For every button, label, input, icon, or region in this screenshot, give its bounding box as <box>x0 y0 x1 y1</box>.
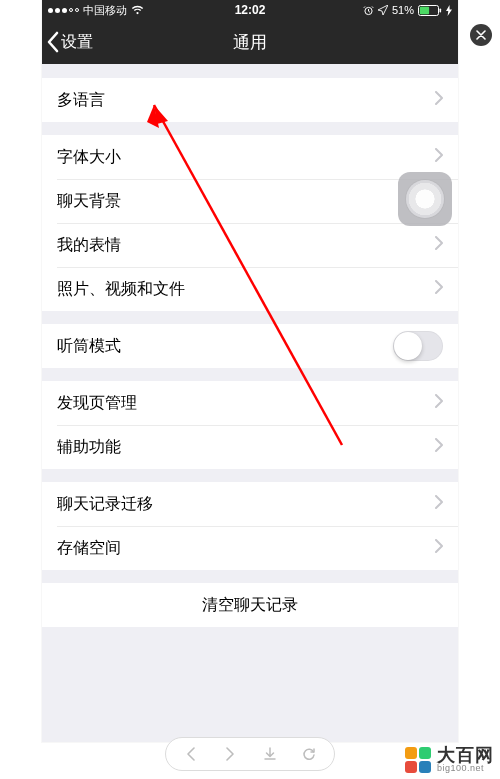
chevron-right-icon <box>435 280 443 294</box>
back-button[interactable]: 设置 <box>42 31 93 53</box>
settings-row[interactable]: 辅助功能 <box>42 425 458 469</box>
watermark-logo-icon <box>405 747 431 773</box>
row-label: 辅助功能 <box>57 437 435 458</box>
disclosure-indicator <box>435 394 443 412</box>
phone-frame: 中国移动 12:02 51% <box>42 0 458 742</box>
chevron-left-icon <box>46 31 59 53</box>
disclosure-indicator <box>435 438 443 456</box>
switch-knob <box>394 332 422 360</box>
download-icon <box>263 747 277 761</box>
chevron-right-icon <box>435 236 443 250</box>
settings-group: 听筒模式 <box>42 324 458 368</box>
prev-button[interactable] <box>177 740 205 768</box>
assistive-touch-icon <box>406 180 444 218</box>
watermark-text: 大百网 big100.net <box>437 746 494 773</box>
nav-bar: 设置 通用 <box>42 20 458 64</box>
settings-content: 多语言字体大小聊天背景我的表情照片、视频和文件听筒模式发现页管理辅助功能聊天记录… <box>42 64 458 742</box>
settings-row[interactable]: 多语言 <box>42 78 458 122</box>
settings-row[interactable]: 我的表情 <box>42 223 458 267</box>
chevron-right-icon <box>435 91 443 105</box>
stage: 中国移动 12:02 51% <box>0 0 500 779</box>
watermark: 大百网 big100.net <box>405 746 494 773</box>
chevron-right-icon <box>435 438 443 452</box>
settings-group: 多语言 <box>42 78 458 122</box>
row-label: 字体大小 <box>57 147 435 168</box>
row-label: 听筒模式 <box>57 336 393 357</box>
rotate-icon <box>302 747 316 761</box>
chevron-right-icon <box>435 148 443 162</box>
row-label: 清空聊天记录 <box>202 595 298 616</box>
settings-row[interactable]: 照片、视频和文件 <box>42 267 458 311</box>
settings-row[interactable]: 听筒模式 <box>42 324 458 368</box>
close-button[interactable] <box>470 24 492 46</box>
row-label: 存储空间 <box>57 538 435 559</box>
settings-row[interactable]: 存储空间 <box>42 526 458 570</box>
row-label: 发现页管理 <box>57 393 435 414</box>
settings-row[interactable]: 聊天记录迁移 <box>42 482 458 526</box>
row-label: 多语言 <box>57 90 435 111</box>
chevron-right-icon <box>435 539 443 553</box>
watermark-name: 大百网 <box>437 746 494 764</box>
next-button[interactable] <box>216 740 244 768</box>
row-label: 我的表情 <box>57 235 435 256</box>
chevron-left-icon <box>186 747 196 761</box>
settings-group: 字体大小聊天背景我的表情照片、视频和文件 <box>42 135 458 311</box>
toggle-switch[interactable] <box>393 331 443 361</box>
row-label: 照片、视频和文件 <box>57 279 435 300</box>
disclosure-indicator <box>435 148 443 166</box>
assistive-touch-button[interactable] <box>398 172 452 226</box>
back-label: 设置 <box>61 32 93 53</box>
row-label: 聊天记录迁移 <box>57 494 435 515</box>
disclosure-indicator <box>435 280 443 298</box>
close-icon <box>476 30 486 40</box>
watermark-url: big100.net <box>437 764 494 773</box>
row-label: 聊天背景 <box>57 191 435 212</box>
chevron-right-icon <box>435 495 443 509</box>
clock: 12:02 <box>42 3 458 17</box>
rotate-button[interactable] <box>295 740 323 768</box>
nav-title: 通用 <box>42 31 458 54</box>
settings-row[interactable]: 发现页管理 <box>42 381 458 425</box>
disclosure-indicator <box>435 91 443 109</box>
download-button[interactable] <box>256 740 284 768</box>
chevron-right-icon <box>225 747 235 761</box>
viewer-toolbar <box>165 737 335 771</box>
chevron-right-icon <box>435 394 443 408</box>
settings-row[interactable]: 清空聊天记录 <box>42 583 458 627</box>
settings-group: 发现页管理辅助功能 <box>42 381 458 469</box>
settings-group: 清空聊天记录 <box>42 583 458 627</box>
settings-row[interactable]: 字体大小 <box>42 135 458 179</box>
disclosure-indicator <box>435 236 443 254</box>
settings-row[interactable]: 聊天背景 <box>42 179 458 223</box>
status-bar: 中国移动 12:02 51% <box>42 0 458 20</box>
disclosure-indicator <box>435 539 443 557</box>
disclosure-indicator <box>435 495 443 513</box>
settings-group: 聊天记录迁移存储空间 <box>42 482 458 570</box>
